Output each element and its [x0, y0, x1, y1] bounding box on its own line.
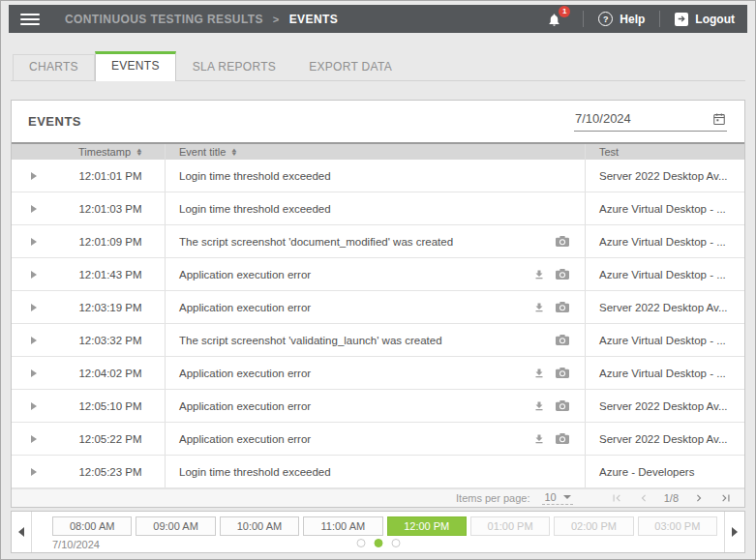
- breadcrumb-root[interactable]: CONTINUOUS TESTING RESULTS: [65, 13, 263, 26]
- camera-icon[interactable]: [556, 400, 569, 411]
- calendar-icon[interactable]: [712, 112, 726, 126]
- event-timestamp: 12:05:22 PM: [56, 433, 165, 445]
- expand-row-icon[interactable]: [31, 369, 37, 377]
- event-title: Login time threshold exceeded: [179, 466, 331, 478]
- time-slot-11-00-am[interactable]: 11:00 AM: [303, 516, 382, 536]
- time-slot-03-00-pm: 03:00 PM: [638, 516, 717, 536]
- expand-row-icon[interactable]: [31, 238, 37, 246]
- app-header: CONTINUOUS TESTING RESULTS > EVENTS 1 ? …: [9, 5, 747, 33]
- table-footer: Items per page: 10 1/8: [12, 488, 744, 507]
- table-row: 12:01:03 PMLogin time threshold exceeded…: [12, 192, 744, 225]
- date-picker-field[interactable]: 7/10/2024: [574, 111, 727, 132]
- download-icon[interactable]: [533, 400, 545, 412]
- table-row: 12:04:02 PMApplication execution errorAz…: [12, 357, 744, 390]
- breadcrumb-current: EVENTS: [289, 13, 338, 26]
- event-title: Login time threshold exceeded: [179, 170, 331, 182]
- tab-export-data[interactable]: EXPORT DATA: [292, 54, 408, 80]
- table-row: 12:01:01 PMLogin time threshold exceeded…: [12, 160, 744, 192]
- event-timestamp: 12:05:10 PM: [56, 400, 165, 412]
- logout-label: Logout: [695, 13, 735, 26]
- table-row: 12:05:22 PMApplication execution errorSe…: [12, 423, 744, 456]
- time-slot-02-00-pm: 02:00 PM: [554, 516, 633, 536]
- header-actions: 1 ? Help Logout: [547, 10, 735, 29]
- header-divider: [583, 11, 584, 27]
- items-per-page-select[interactable]: 10: [542, 491, 572, 505]
- event-title: Application execution error: [179, 302, 311, 313]
- expand-row-icon[interactable]: [31, 435, 37, 443]
- timeline-dot-3[interactable]: [391, 539, 400, 547]
- timeline-next-button[interactable]: [724, 512, 744, 552]
- test-column-label: Test: [599, 146, 619, 158]
- event-timestamp: 12:01:03 PM: [56, 203, 165, 215]
- event-test: Server 2022 Desktop Av...: [586, 400, 744, 412]
- hamburger-menu-icon[interactable]: [20, 14, 40, 25]
- camera-icon[interactable]: [556, 269, 569, 280]
- previous-page-button[interactable]: [637, 491, 650, 505]
- sort-icon[interactable]: ▲▼: [231, 148, 237, 156]
- table-body: 12:01:01 PMLogin time threshold exceeded…: [12, 160, 744, 488]
- download-icon[interactable]: [533, 302, 545, 313]
- expand-row-icon[interactable]: [31, 402, 37, 410]
- event-title: Application execution error: [179, 433, 311, 445]
- event-timestamp: 12:03:19 PM: [56, 302, 165, 313]
- help-icon: ?: [598, 12, 613, 26]
- arrow-right-icon: [732, 527, 738, 537]
- download-icon[interactable]: [533, 368, 545, 379]
- help-label: Help: [620, 13, 645, 26]
- event-test: Server 2022 Desktop Av...: [586, 302, 744, 313]
- timestamp-column-header[interactable]: Timestamp ▲▼: [56, 146, 165, 158]
- time-slot-08-00-am[interactable]: 08:00 AM: [52, 516, 132, 536]
- first-page-icon: [610, 491, 623, 505]
- chevron-right-icon: [692, 491, 706, 505]
- help-button[interactable]: ? Help: [598, 12, 645, 26]
- notification-badge: 1: [559, 6, 570, 17]
- camera-icon[interactable]: [556, 433, 569, 444]
- camera-icon[interactable]: [556, 335, 569, 345]
- download-icon[interactable]: [533, 269, 545, 280]
- time-slot-10-00-am[interactable]: 10:00 AM: [220, 516, 299, 536]
- event-title-column-label: Event title: [179, 146, 226, 158]
- camera-icon[interactable]: [556, 368, 569, 378]
- event-timestamp: 12:01:09 PM: [56, 236, 165, 248]
- logout-button[interactable]: Logout: [675, 13, 735, 26]
- event-title-column-header[interactable]: Event title ▲▼: [165, 144, 586, 160]
- event-title: The script screenshot 'validating_launch…: [179, 335, 442, 346]
- event-title: Application execution error: [179, 400, 311, 412]
- timeline-previous-button[interactable]: [12, 512, 32, 552]
- expand-row-icon[interactable]: [31, 337, 37, 344]
- table-row: 12:01:09 PMThe script screenshot 'docume…: [12, 225, 744, 258]
- expand-row-icon[interactable]: [31, 468, 37, 476]
- time-slot-09-00-am[interactable]: 09:00 AM: [136, 516, 215, 536]
- camera-icon[interactable]: [556, 302, 569, 312]
- tab-charts[interactable]: CHARTS: [13, 54, 95, 80]
- expand-row-icon[interactable]: [31, 271, 37, 279]
- sort-icon[interactable]: ▲▼: [136, 148, 142, 156]
- page-indicator: 1/8: [664, 492, 679, 504]
- time-slot-12-00-pm[interactable]: 12:00 PM: [387, 516, 467, 536]
- last-page-button[interactable]: [719, 491, 733, 505]
- items-per-page-value: 10: [544, 491, 556, 503]
- table-row: 12:03:32 PMThe script screenshot 'valida…: [12, 324, 744, 357]
- event-title: Application execution error: [179, 368, 311, 379]
- expand-row-icon[interactable]: [31, 304, 37, 311]
- table-header: Timestamp ▲▼ Event title ▲▼ Test: [12, 142, 744, 160]
- camera-icon[interactable]: [556, 236, 569, 247]
- next-page-button[interactable]: [692, 491, 706, 505]
- logout-icon: [675, 13, 688, 26]
- date-value: 7/10/2024: [575, 111, 631, 126]
- page: CONTINUOUS TESTING RESULTS > EVENTS 1 ? …: [1, 1, 755, 553]
- event-title: Login time threshold exceeded: [179, 203, 331, 215]
- timeline-dot-2[interactable]: [374, 539, 382, 547]
- expand-row-icon[interactable]: [31, 172, 37, 180]
- tab-sla-reports[interactable]: SLA REPORTS: [176, 54, 292, 80]
- timeline-dot-1[interactable]: [356, 539, 365, 547]
- panel-header: EVENTS 7/10/2024: [12, 101, 744, 142]
- tab-events[interactable]: EVENTS: [95, 51, 176, 81]
- event-timestamp: 12:03:32 PM: [56, 335, 165, 346]
- event-timestamp: 12:04:02 PM: [56, 368, 165, 379]
- notifications-button[interactable]: 1: [547, 10, 568, 29]
- table-row: 12:01:43 PMApplication execution errorAz…: [12, 258, 744, 291]
- download-icon[interactable]: [533, 433, 545, 445]
- expand-row-icon[interactable]: [31, 205, 37, 213]
- first-page-button[interactable]: [610, 491, 623, 505]
